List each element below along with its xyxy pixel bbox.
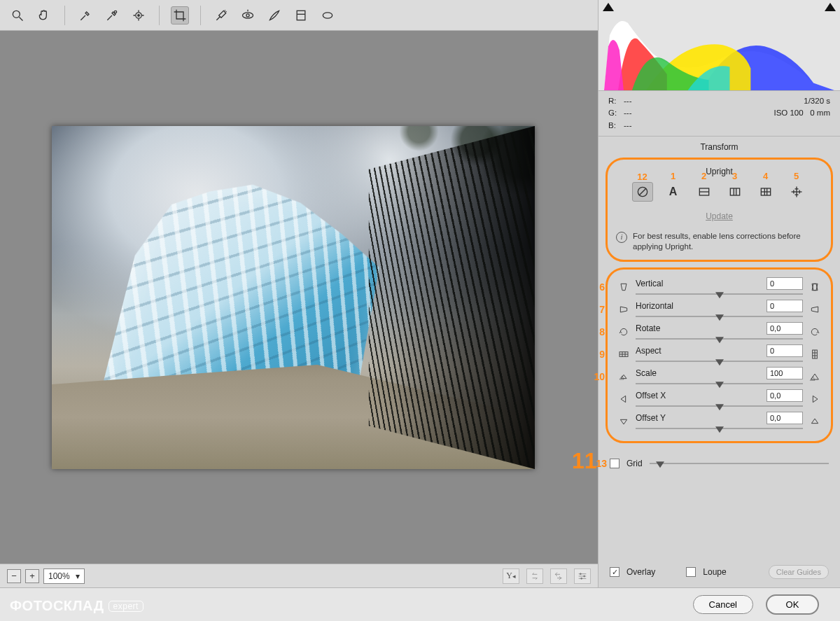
svg-rect-8 (297, 11, 305, 20)
targeted-adjust-tool-icon[interactable] (130, 6, 148, 25)
overlay-checkbox[interactable] (610, 567, 620, 577)
spot-removal-tool-icon[interactable] (212, 6, 230, 25)
svg-point-5 (243, 12, 253, 18)
zoom-out-button[interactable]: − (7, 569, 21, 583)
transform-sliders: 6Vertical07Horizontal08Rotate0,09Aspect0… (606, 267, 833, 443)
canvas-bottom-bar: − + 100% ▾ Y◂ (0, 564, 598, 587)
zoom-in-button[interactable]: + (25, 569, 39, 583)
info-icon: i (616, 232, 627, 243)
svg-point-17 (581, 578, 582, 579)
slider-track[interactable] (636, 335, 803, 342)
watermark: ФОТОСКЛАД expert (10, 598, 144, 614)
crop-tool-icon[interactable] (171, 6, 189, 25)
upright-off-icon[interactable]: 12 (632, 182, 653, 202)
slider-track[interactable] (636, 380, 803, 387)
slider-value[interactable]: 100 (766, 367, 803, 379)
graduated-filter-tool-icon[interactable] (292, 6, 310, 25)
clear-guides-button[interactable]: Clear Guides (769, 565, 829, 579)
slider-track[interactable] (636, 291, 803, 298)
svg-point-2 (114, 11, 116, 13)
arr-r-icon[interactable] (808, 393, 821, 405)
slider-value[interactable]: 0,0 (766, 389, 803, 402)
upright-level-icon[interactable]: 2 (694, 182, 715, 202)
cancel-button[interactable]: Cancel (693, 595, 753, 614)
slider-value[interactable]: 0,0 (766, 412, 803, 424)
grid-row: 13 Grid (610, 459, 829, 468)
slider-track[interactable] (636, 313, 803, 320)
svg-marker-50 (811, 419, 818, 424)
slider-aspect: 9Aspect0 (617, 344, 821, 365)
brush-tool-icon[interactable] (265, 6, 284, 25)
arr-l-icon[interactable] (617, 393, 630, 405)
histogram[interactable] (598, 0, 840, 91)
swap-views-icon[interactable] (526, 568, 543, 584)
ok-button[interactable]: OK (766, 594, 819, 615)
upright-guided-icon[interactable]: 5 (786, 182, 807, 202)
eyedropper-tool-icon[interactable] (76, 6, 94, 25)
hand-tool-icon[interactable] (35, 6, 53, 25)
svg-marker-48 (813, 396, 818, 403)
svg-point-10 (323, 12, 332, 18)
upright-hint: i For best results, enable lens correcti… (613, 231, 825, 253)
zoom-value: 100% (48, 571, 70, 581)
persp-h-l-icon[interactable] (617, 304, 630, 315)
slider-vertical: 6Vertical0 (617, 277, 821, 298)
svg-rect-22 (730, 188, 739, 195)
before-after-icon[interactable]: Y◂ (503, 568, 519, 584)
persp-v-r-icon[interactable] (808, 281, 821, 293)
loupe-checkbox[interactable] (686, 567, 696, 577)
arr-u-icon[interactable] (808, 416, 821, 427)
slider-offset-x: Offset X0,0 (617, 389, 821, 410)
rot-cw-icon[interactable] (808, 326, 821, 337)
scale-sm-icon[interactable] (617, 371, 630, 382)
scale-lg-icon[interactable] (808, 371, 821, 382)
rot-ccw-icon[interactable] (617, 326, 630, 337)
grid-slider[interactable] (650, 463, 829, 464)
slider-scale: 10Scale100 (617, 367, 821, 387)
sliders-icon[interactable] (574, 568, 591, 584)
slider-horizontal: 7Horizontal0 (617, 300, 821, 320)
slider-value[interactable]: 0 (766, 277, 803, 290)
persp-v-l-icon[interactable] (617, 281, 630, 293)
slider-value[interactable]: 0 (766, 344, 803, 357)
grid-checkbox[interactable] (610, 459, 620, 468)
arr-d-icon[interactable] (617, 416, 630, 427)
overlay-row: Overlay Loupe Clear Guides (598, 565, 840, 579)
loupe-label: Loupe (703, 567, 726, 577)
upright-full-icon[interactable]: 4 (755, 182, 776, 202)
slider-value[interactable]: 0 (766, 300, 803, 312)
upright-vertical-icon[interactable]: 3 (724, 182, 746, 202)
grid-tall-icon[interactable] (808, 349, 821, 360)
persp-h-r-icon[interactable] (808, 304, 821, 315)
slider-track[interactable] (636, 425, 803, 432)
redeye-tool-icon[interactable] (239, 6, 257, 25)
radial-filter-tool-icon[interactable] (318, 6, 337, 25)
svg-point-0 (13, 11, 20, 18)
grid-wide-icon[interactable] (617, 349, 630, 360)
slider-rotate: 8Rotate0,0 (617, 322, 821, 342)
svg-point-4 (138, 14, 140, 16)
preview-image[interactable] (52, 126, 535, 469)
svg-line-1 (20, 17, 23, 20)
panel-section-title: Transform (598, 137, 840, 155)
color-sampler-tool-icon[interactable] (103, 6, 121, 25)
zoom-select[interactable]: 100% ▾ (43, 568, 85, 584)
svg-point-15 (580, 573, 581, 574)
metadata-readout: R:--- G:--- B:--- 1/320 s ISO 100 0 mm (598, 91, 840, 137)
canvas-area: − + 100% ▾ Y◂ (0, 31, 598, 587)
upright-group: Upright 12 1A 2 3 4 5 Update i For best … (606, 158, 833, 262)
slider-track[interactable] (636, 403, 803, 410)
upright-update-link[interactable]: Update (613, 211, 825, 221)
slider-track[interactable] (636, 358, 803, 365)
overlay-label: Overlay (626, 567, 655, 577)
right-panel: R:--- G:--- B:--- 1/320 s ISO 100 0 mm T… (598, 0, 840, 587)
svg-marker-47 (621, 396, 626, 403)
chevron-down-icon: ▾ (76, 571, 80, 581)
svg-point-16 (584, 575, 585, 577)
upright-auto-icon[interactable]: 1A (663, 182, 684, 202)
zoom-tool-icon[interactable] (8, 6, 27, 25)
copy-settings-icon[interactable] (550, 568, 567, 584)
slider-value[interactable]: 0,0 (766, 322, 803, 335)
svg-marker-45 (811, 374, 819, 379)
svg-marker-49 (620, 420, 626, 425)
